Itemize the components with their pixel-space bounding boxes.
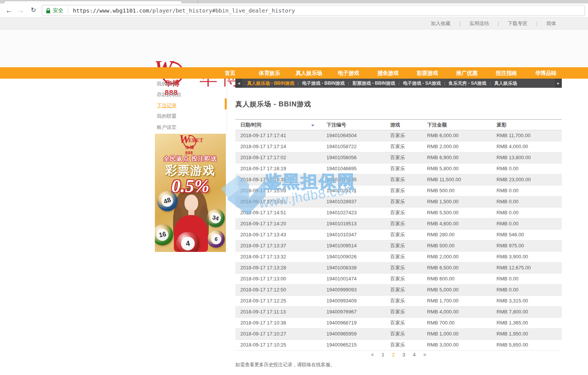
table-cell: 百家乐 [385,174,422,185]
table-cell: RMB 0.00 [492,185,562,196]
secure-label: 安全 [53,7,63,14]
table-cell: 百家乐 [385,296,422,306]
banner-rate: 0.5% [155,176,226,196]
column-header-0[interactable]: 日期/时间 [235,120,322,130]
sidebar-item-0[interactable]: 我的钱包 [157,79,218,89]
sidebar-item-4[interactable]: 账户设定 [157,122,218,133]
pagination-page-2[interactable]: 2 [392,352,395,358]
table-cell: 百家乐 [385,185,422,196]
column-header-1[interactable]: 下注编号 [322,120,385,130]
pagination-page-4[interactable]: 4 [413,352,416,358]
table-cell: 2018-09-17 17:15:01 [235,196,322,207]
pagination-page-3[interactable]: 3 [402,352,405,358]
sidebar-item-2[interactable]: 下注记录 [157,100,218,111]
table-cell: 百家乐 [385,329,422,339]
table-cell: RMB 23,000.00 [492,174,562,185]
table-row: 2018-09-17 17:10:2519400965215百家乐RMB 3,0… [235,340,562,351]
table-cell: 19400968719 [322,318,385,328]
sidebar-menu: 我的钱包存款及取款下注记录我的联盟账户设定 [157,79,218,133]
browser-forward-button[interactable]: → [16,5,25,16]
sort-descending-icon[interactable] [311,125,314,127]
browser-reload-button[interactable]: ↻ [29,5,38,16]
table-cell: 2018-09-17 17:10:38 [235,318,322,328]
table-cell: 2018-09-17 17:14:20 [235,218,322,229]
nav-item-2[interactable]: 真人娱乐场 [289,67,329,79]
history-tab-0[interactable]: 真人娱乐场 - BBIN游戏 [244,80,298,87]
history-tab-4[interactable]: 鱼乐无穷 - SA游戏 [445,80,490,87]
table-row: 2018-09-17 17:12:2519400993409百家乐RMB 1,7… [235,296,562,307]
table-cell: RMB 1,365.00 [492,318,562,328]
top-link-3[interactable]: 简体 [546,20,556,27]
pagination-next[interactable]: > [423,352,426,358]
table-cell: RMB 11,500.00 [422,174,492,185]
pagination: <1234> [235,352,562,358]
history-tab-2[interactable]: 彩票游戏 - BBIN游戏 [349,80,399,87]
table-row: 2018-09-17 17:17:1419401058722百家乐RMB 2,0… [235,141,562,152]
table-cell: RMB 11,700.00 [492,130,562,141]
table-cell: RMB 1,500.00 [422,196,492,207]
address-bar[interactable]: 安全 https://www.wbg1101.com/player/bet_hi… [42,5,585,16]
table-cell: 百家乐 [385,285,422,295]
nav-item-6[interactable]: 推广优惠 [447,67,487,79]
table-row: 2018-09-17 17:14:5119401027423百家乐RMB 5,5… [235,207,562,218]
table-row: 2018-09-17 17:13:3719401009514百家乐RMB 500… [235,241,562,252]
nav-item-8[interactable]: 华博品味 [526,67,566,79]
table-cell: 2018-09-17 17:17:14 [235,141,322,152]
table-cell: RMB 6,500.00 [422,263,492,273]
top-link-2[interactable]: 下载专区 [508,20,528,27]
top-link-0[interactable]: 加入收藏 [431,20,451,27]
logo-ebet: EBET [188,138,203,144]
table-cell: 2018-09-17 17:16:19 [235,163,322,174]
tabs-scroll-right-icon[interactable]: ▶ [555,79,562,88]
sidebar-item-1[interactable]: 存款及取款 [157,89,218,100]
column-header-2[interactable]: 游戏 [385,120,422,130]
table-cell: 百家乐 [385,196,422,207]
history-tab-1[interactable]: 电子游戏 - BBIN游戏 [299,80,348,87]
history-tabs: 真人娱乐场 - BBIN游戏|电子游戏 - BBIN游戏|彩票游戏 - BBIN… [242,79,555,88]
promo-banner[interactable]: W EBET 华博888 48341646 全民返点 投注即送 彩票游戏 0.5… [155,134,226,252]
tabs-scroll-left-icon[interactable]: ◀ [235,79,242,88]
nav-item-4[interactable]: 捕鱼游戏 [368,67,408,79]
table-cell: 19400965215 [322,340,385,350]
banner-logo-icon: W EBET 华博888 [180,134,202,148]
nav-item-3[interactable]: 电子游戏 [329,67,368,79]
url-path: /player/bet_history#bbin_live_dealer_his… [149,8,295,14]
column-header-3[interactable]: 下注金额 [422,120,492,130]
column-header-4[interactable]: 派彩 [492,120,562,130]
table-cell: RMB 4,000.00 [492,141,562,152]
nav-item-1[interactable]: 体育娱乐 [250,67,289,79]
nav-item-7[interactable]: 投注指南 [487,67,526,79]
lottery-ball-icon: 6 [207,230,225,248]
table-cell: 19401064504 [322,130,385,141]
history-tab-3[interactable]: 电子游戏 - SA游戏 [400,80,444,87]
table-row: 2018-09-17 17:15:0119401028937百家乐RMB 1,5… [235,196,562,207]
table-cell: 19401008338 [322,263,385,273]
nav-item-5[interactable]: 彩票游戏 [408,67,447,79]
lottery-ball-number: 4 [180,236,196,252]
table-cell: RMB 0.00 [492,207,562,218]
table-cell: 百家乐 [385,218,422,229]
table-cell: 19400993409 [322,296,385,306]
bet-table-head: 日期/时间下注编号游戏下注金额派彩 [235,119,562,130]
pagination-prev[interactable]: < [371,352,374,358]
table-cell: 百家乐 [385,340,422,350]
banner-tagline: 全民返点 投注即送 [155,155,226,163]
pagination-page-1[interactable]: 1 [381,352,385,358]
top-links-bar: 加入收藏|实用连结|下载专区|简体 [0,17,588,30]
logo-sub: 华博888 [185,145,202,155]
table-cell: RMB 2,000.00 [422,252,492,262]
top-links-separator: | [498,21,499,26]
table-cell: RMB 975.00 [492,241,562,251]
browser-active-tab[interactable] [4,1,182,3]
sidebar-item-3[interactable]: 我的联盟 [157,111,218,122]
table-cell: 19401010347 [322,229,385,240]
nav-item-0[interactable]: 首页 [210,67,250,79]
table-cell: RMB 600.00 [422,274,492,284]
top-link-1[interactable]: 实用连结 [469,20,489,27]
browser-back-button[interactable]: ← [5,5,14,16]
history-tab-bar: ◀ 真人娱乐场 - BBIN游戏|电子游戏 - BBIN游戏|彩票游戏 - BB… [235,79,562,88]
table-cell: RMB 1,950.00 [492,329,562,339]
browser-tab-strip[interactable] [0,0,588,3]
table-cell: 百家乐 [385,274,422,284]
history-tab-5[interactable]: 真人娱乐场 [491,80,520,87]
